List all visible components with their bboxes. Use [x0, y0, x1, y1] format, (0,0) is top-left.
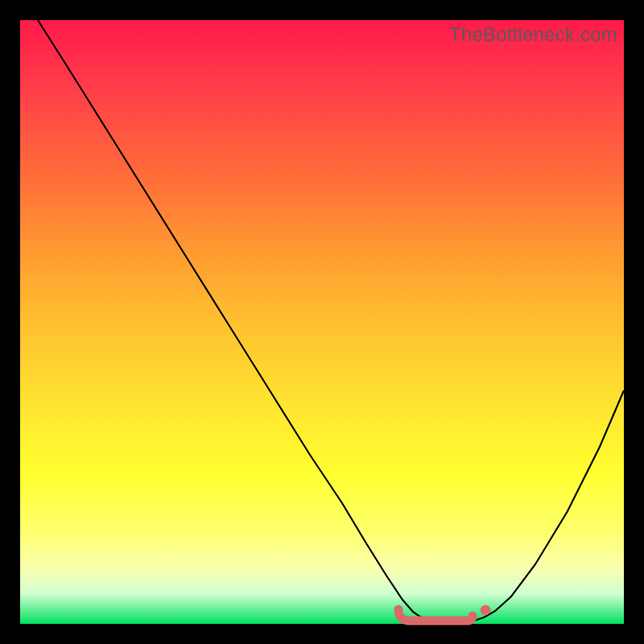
chart-svg	[20, 20, 624, 624]
optimal-range-marker	[398, 609, 473, 621]
bottleneck-curve	[38, 20, 624, 623]
chart-frame: TheBottleneck.com	[0, 0, 644, 644]
plot-area: TheBottleneck.com	[20, 20, 624, 624]
optimal-point-marker	[481, 605, 491, 616]
